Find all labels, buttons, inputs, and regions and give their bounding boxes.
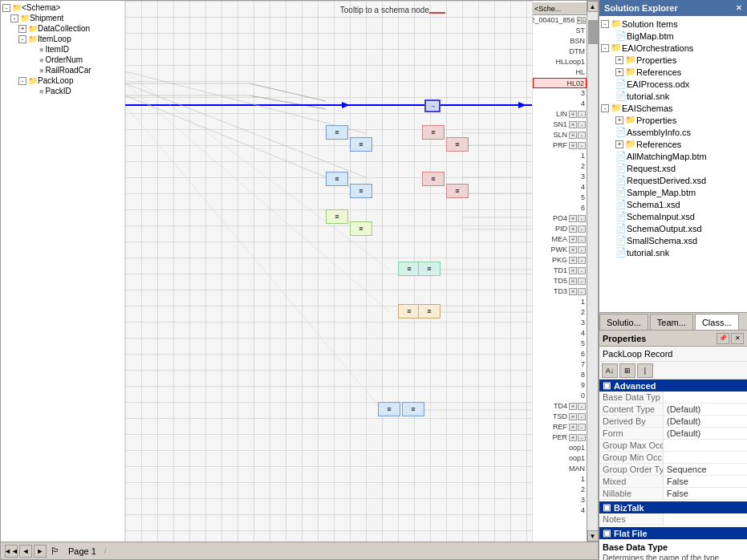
- schema-row-46[interactable]: 3: [533, 495, 587, 505]
- tree-eaiprocess-odx[interactable]: 📄 EAIProcess.odx: [599, 78, 747, 90]
- schema-row-btn1-22[interactable]: +: [569, 246, 577, 254]
- schema-row-18[interactable]: 6: [533, 203, 587, 213]
- schema-row-6[interactable]: HL02: [533, 78, 587, 88]
- tree-bigmap[interactable]: 📄 BigMap.btm: [599, 30, 747, 42]
- schema-row-btn1-37[interactable]: +: [569, 403, 577, 410]
- schema-row-0[interactable]: 2_00401_856+-: [533, 15, 587, 26]
- tree-sample-map-btm[interactable]: 📄 Sample_Map.btm: [599, 186, 747, 198]
- schema-row-26[interactable]: TD3+-: [533, 286, 587, 297]
- schema-row-btn1-9[interactable]: +: [569, 111, 577, 118]
- scroll-track[interactable]: [587, 12, 598, 530]
- schema-row-20[interactable]: PID+-: [533, 224, 587, 234]
- expand-eai-schema-references[interactable]: +: [615, 140, 623, 148]
- tree-node-schema-root[interactable]: - 📁 <Schema>: [1, 2, 124, 13]
- schema-row-31[interactable]: 5: [533, 339, 587, 349]
- schema-row-btn1-24[interactable]: +: [569, 267, 577, 274]
- schema-row-btn2-20[interactable]: -: [578, 225, 586, 233]
- expand-schema-root[interactable]: -: [2, 4, 10, 12]
- functoid-15[interactable]: ≡: [378, 402, 400, 416]
- solution-explorer-close[interactable]: ✕: [736, 4, 742, 12]
- schema-row-15[interactable]: 3: [533, 172, 587, 182]
- schema-row-12[interactable]: PRF+-: [533, 140, 587, 151]
- expand-solution-items[interactable]: -: [601, 20, 609, 28]
- prop-section-advanced[interactable]: ▣ Advanced: [599, 379, 747, 392]
- schema-row-9[interactable]: LIN+-: [533, 109, 587, 120]
- schema-row-btn2-10[interactable]: -: [578, 121, 586, 128]
- functoid-13[interactable]: ≡: [398, 304, 420, 319]
- schema-row-btn1-11[interactable]: +: [569, 132, 577, 139]
- schema-row-btn2-26[interactable]: -: [578, 288, 586, 295]
- schema-row-45[interactable]: 2: [533, 485, 587, 495]
- functoid-14[interactable]: ≡: [418, 304, 440, 319]
- tree-schemainput-xsd[interactable]: 📄 SchemaInput.xsd: [599, 210, 747, 222]
- schema-row-btn1-20[interactable]: +: [569, 225, 577, 233]
- schema-row-btn2-23[interactable]: -: [578, 257, 586, 264]
- tree-smallschema-xsd[interactable]: 📄 SmallSchema.xsd: [599, 234, 747, 246]
- schema-row-38[interactable]: TSD+-: [533, 412, 587, 422]
- schema-row-btn1-12[interactable]: +: [569, 142, 577, 149]
- tree-tutorial-snk-1[interactable]: 📄 tutorial.snk: [599, 90, 747, 102]
- tree-eai-schema-references[interactable]: + 📁 References: [599, 138, 747, 150]
- tree-eaischemas[interactable]: - 📁 EAISchemas: [599, 102, 747, 114]
- schema-row-43[interactable]: MAN: [533, 464, 587, 474]
- tree-tutorial-snk-2[interactable]: 📄 tutorial.snk: [599, 246, 747, 258]
- tree-node-itemid[interactable]: ■ ItemID: [1, 44, 124, 55]
- schema-row-33[interactable]: 7: [533, 359, 587, 370]
- mapping-node-highlighted[interactable]: →: [424, 99, 440, 112]
- functoid-16[interactable]: ≡: [402, 402, 424, 416]
- schema-row-btn1-38[interactable]: +: [569, 413, 577, 420]
- tree-node-datacollection[interactable]: + 📁 DataCollection: [1, 23, 124, 34]
- schema-row-13[interactable]: 1: [533, 151, 587, 161]
- schema-row-btn1-39[interactable]: +: [569, 424, 577, 431]
- schema-row-7[interactable]: 3: [533, 88, 587, 99]
- schema-row-btn1-23[interactable]: +: [569, 257, 577, 264]
- expand-eai-schema-properties[interactable]: +: [615, 116, 623, 124]
- schema-row-39[interactable]: REF+-: [533, 422, 587, 432]
- schema-row-btn2-22[interactable]: -: [578, 246, 586, 254]
- schema-row-34[interactable]: 8: [533, 370, 587, 380]
- schema-row-btn2-19[interactable]: -: [578, 215, 586, 222]
- schema-row-36[interactable]: 0: [533, 391, 587, 401]
- functoid-4[interactable]: ≡: [446, 137, 469, 152]
- tab-team[interactable]: Team...: [650, 314, 693, 330]
- tree-schemaoutput-xsd[interactable]: 📄 SchemaOutput.xsd: [599, 222, 747, 234]
- functoid-1[interactable]: ≡: [326, 125, 348, 140]
- schema-row-4[interactable]: HLLoop1: [533, 57, 587, 67]
- schema-row-2[interactable]: BSN: [533, 36, 587, 47]
- tree-eai-schema-properties[interactable]: + 📁 Properties: [599, 114, 747, 126]
- tree-assemblyinfo-cs[interactable]: 📄 AssemblyInfo.cs: [599, 126, 747, 138]
- schema-row-btn2-0[interactable]: -: [583, 17, 586, 24]
- schema-row-41[interactable]: oop1: [533, 443, 587, 453]
- tree-node-itemloop[interactable]: - 📁 ItemLoop: [1, 34, 124, 44]
- schema-row-1[interactable]: ST: [533, 26, 587, 36]
- schema-row-32[interactable]: 6: [533, 349, 587, 359]
- schema-row-28[interactable]: 2: [533, 307, 587, 318]
- schema-row-btn1-26[interactable]: +: [569, 288, 577, 295]
- schema-row-btn2-25[interactable]: -: [578, 278, 586, 285]
- schema-row-21[interactable]: MEA+-: [533, 234, 587, 245]
- schema-row-25[interactable]: TD5+-: [533, 276, 587, 286]
- tree-eai-properties[interactable]: + 📁 Properties: [599, 54, 747, 66]
- functoid-9[interactable]: ≡: [326, 209, 348, 224]
- tree-request-xsd[interactable]: 📄 Request.xsd: [599, 162, 747, 174]
- scroll-up-btn[interactable]: ▲: [587, 1, 599, 12]
- tree-node-railroadcar[interactable]: ■ RailRoadCar: [1, 65, 124, 75]
- schema-row-24[interactable]: TD1+-: [533, 266, 587, 276]
- schema-row-19[interactable]: PO4+-: [533, 213, 587, 224]
- expand-shipment[interactable]: -: [10, 14, 18, 22]
- expand-eaiorchestrations[interactable]: -: [601, 44, 609, 52]
- tree-node-ordernum[interactable]: ■ OrderNum: [1, 55, 124, 65]
- nav-next-btn[interactable]: ►: [34, 545, 47, 558]
- tree-allmatching-btm[interactable]: 📄 AllMatchingMap.btm: [599, 150, 747, 162]
- functoid-2[interactable]: ≡: [350, 137, 372, 152]
- right-scrollbar[interactable]: ▲ ▼: [587, 1, 598, 542]
- expand-eai-properties[interactable]: +: [615, 56, 623, 64]
- schema-row-btn1-0[interactable]: +: [577, 17, 582, 24]
- schema-row-btn2-38[interactable]: -: [578, 413, 586, 420]
- prop-categorized-btn[interactable]: ⊞: [619, 363, 635, 378]
- functoid-12[interactable]: ≡: [418, 262, 440, 276]
- schema-row-37[interactable]: TD4+-: [533, 401, 587, 412]
- schema-row-11[interactable]: SLN+-: [533, 130, 587, 140]
- functoid-8[interactable]: ≡: [446, 184, 469, 198]
- scroll-thumb[interactable]: [588, 20, 598, 44]
